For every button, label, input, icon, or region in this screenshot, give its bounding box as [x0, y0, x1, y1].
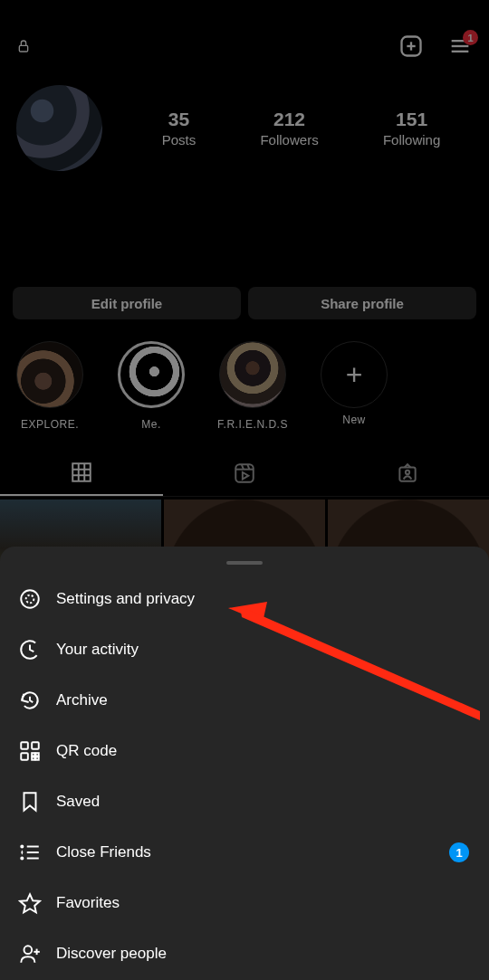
stat-count: 35	[162, 109, 197, 130]
menu-label: Settings and privacy	[56, 590, 195, 608]
menu-label: Archive	[56, 691, 108, 709]
svg-point-30	[21, 857, 23, 859]
stat-label: Following	[383, 132, 440, 147]
share-profile-button[interactable]: Share profile	[248, 287, 476, 319]
profile-buttons: Edit profile Share profile	[0, 287, 489, 319]
stat-followers[interactable]: 212 Followers	[260, 109, 318, 147]
highlight-label: F.R.I.E.N.D.S	[217, 418, 288, 431]
svg-marker-16	[243, 472, 249, 480]
highlight-new[interactable]: + New	[313, 341, 395, 431]
saved-icon	[18, 790, 42, 813]
highlight-cover	[219, 341, 286, 408]
svg-point-36	[24, 946, 33, 954]
svg-rect-28	[36, 753, 39, 756]
bio-area	[0, 178, 489, 287]
menu-icon[interactable]: 1	[447, 33, 473, 59]
highlight-label: Me.	[141, 418, 161, 431]
menu-label: Close Friends	[56, 843, 151, 861]
menu-item-saved[interactable]: Saved	[0, 776, 489, 827]
menu-item-archive[interactable]: Archive	[0, 675, 489, 726]
lock-icon	[16, 37, 31, 55]
plus-icon: +	[321, 341, 388, 408]
highlight-cover	[16, 341, 83, 408]
highlight-item[interactable]: F.R.I.E.N.D.S	[212, 341, 293, 431]
archive-icon	[18, 689, 42, 712]
stat-count: 212	[260, 109, 318, 130]
grid-icon	[70, 461, 93, 484]
tagged-icon	[396, 461, 419, 485]
tab-grid[interactable]	[0, 451, 163, 496]
close-friends-badge: 1	[449, 842, 469, 862]
menu-item-favorites[interactable]: Favorites	[0, 878, 489, 928]
tab-reels[interactable]	[163, 451, 326, 496]
highlights-row: EXPLORE. Me. F.R.I.E.N.D.S + New	[0, 319, 489, 440]
menu-item-close-friends[interactable]: Close Friends 1	[0, 827, 489, 878]
stat-label: Posts	[162, 132, 197, 147]
svg-rect-27	[32, 757, 34, 760]
discover-people-icon	[18, 942, 42, 966]
avatar[interactable]	[16, 85, 102, 171]
svg-rect-22	[21, 742, 28, 749]
stats-row: 35 Posts 212 Followers 151 Following	[129, 109, 473, 147]
svg-rect-7	[72, 463, 91, 481]
menu-label: Discover people	[56, 945, 167, 963]
svg-point-20	[26, 595, 34, 604]
highlight-item[interactable]: Me.	[110, 341, 192, 431]
highlight-label: EXPLORE.	[21, 418, 79, 431]
create-icon[interactable]	[398, 33, 424, 59]
reels-icon	[233, 461, 256, 485]
close-friends-icon	[18, 841, 42, 864]
svg-point-19	[21, 590, 39, 608]
stat-label: Followers	[260, 132, 318, 147]
edit-profile-button[interactable]: Edit profile	[13, 287, 241, 319]
tab-tagged[interactable]	[326, 451, 489, 496]
activity-icon	[18, 638, 42, 661]
svg-marker-31	[21, 850, 23, 854]
menu-item-settings[interactable]: Settings and privacy	[0, 574, 489, 624]
svg-point-18	[406, 471, 409, 474]
top-bar-actions: 1	[398, 33, 473, 59]
svg-point-29	[21, 845, 23, 847]
sheet-handle[interactable]	[226, 561, 263, 565]
menu-label: Saved	[56, 793, 100, 811]
menu-label: Your activity	[56, 641, 139, 659]
menu-badge: 1	[463, 30, 478, 45]
svg-rect-23	[32, 742, 39, 749]
highlight-label: New	[342, 414, 366, 426]
menu-label: QR code	[56, 742, 117, 760]
menu-list: Settings and privacy Your activity Archi…	[0, 574, 489, 979]
stat-posts[interactable]: 35 Posts	[162, 109, 197, 147]
settings-icon	[18, 587, 42, 611]
svg-rect-24	[21, 753, 28, 760]
menu-item-discover[interactable]: Discover people	[0, 928, 489, 979]
menu-label: Favorites	[56, 894, 120, 912]
highlight-cover	[118, 341, 185, 408]
svg-rect-0	[19, 45, 27, 52]
highlight-item[interactable]: EXPLORE.	[9, 341, 91, 431]
menu-bottom-sheet[interactable]: Settings and privacy Your activity Archi…	[0, 547, 489, 980]
menu-item-qr[interactable]: QR code	[0, 726, 489, 776]
stat-following[interactable]: 151 Following	[383, 109, 440, 147]
svg-rect-25	[32, 753, 34, 756]
star-icon	[18, 891, 42, 915]
top-bar: 1	[0, 0, 489, 72]
profile-header: 35 Posts 212 Followers 151 Following	[0, 72, 489, 178]
menu-item-activity[interactable]: Your activity	[0, 624, 489, 675]
svg-marker-35	[20, 894, 40, 912]
stat-count: 151	[383, 109, 440, 130]
content-tabs	[0, 451, 489, 497]
qr-icon	[18, 739, 42, 763]
svg-rect-26	[36, 757, 39, 760]
